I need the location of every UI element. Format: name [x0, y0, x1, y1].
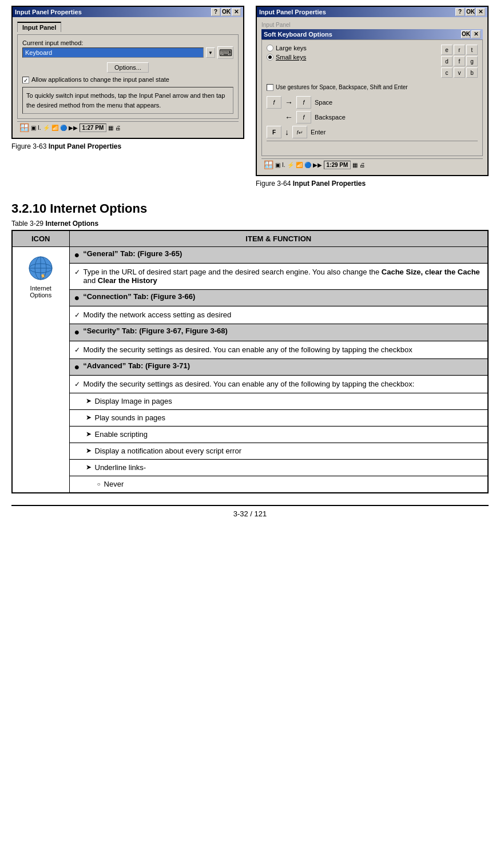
sk-top-area: Large keys Small keys [267, 45, 478, 80]
connection-check-cell: ✓ Modify the network access setting as d… [69, 306, 488, 324]
section-title: Internet Options [50, 201, 147, 216]
right-figure-title: Input Panel Properties [293, 180, 366, 188]
bullet-dot-3: ● [74, 327, 80, 337]
options-button[interactable]: Options... [107, 62, 149, 73]
arrow-scripting-item: ➤ Enable scripting [74, 429, 483, 440]
left-ok-button[interactable]: OK [221, 8, 231, 16]
general-check-item: ✓ Type in the URL of desired start page … [74, 266, 483, 286]
general-bullet: ● “General” Tab: (Figure 3-65) [70, 247, 488, 263]
table-caption: Table 3-29 Internet Options [11, 220, 489, 228]
key-c: c [441, 67, 453, 78]
arrow-play-row: ➤ Play sounds in pages [12, 409, 488, 426]
left-dialog-content: Current input method: Keyboard ▼ ⌨ Optio… [17, 34, 239, 119]
keyboard-input[interactable]: Keyboard [22, 47, 204, 58]
sk-titlebar-buttons: OK ✕ [461, 30, 481, 38]
advanced-check-cell: ✓ Modify the security settings as desire… [69, 375, 488, 393]
connection-check-text: Modify the network access setting as des… [84, 310, 232, 319]
advanced-tab-text: “Advanced” Tab: (Figure 3-71) [83, 361, 190, 370]
icon-box: InternetOptions [17, 249, 65, 303]
general-check-row: ✓ Type in the URL of desired start page … [12, 264, 488, 290]
right-close-main-button[interactable]: ✕ [476, 8, 485, 16]
right-taskbar-icon-8: 🖨 [359, 162, 365, 168]
start-icon[interactable]: 🪟 [19, 123, 29, 132]
right-main-buttons: ? OK ✕ [455, 8, 485, 16]
fk-enter-key2: f↵ [292, 126, 307, 138]
small-keys-radio[interactable] [267, 54, 273, 61]
right-start-icon[interactable]: 🪟 [264, 160, 273, 169]
general-tab-text: “General” Tab: (Figure 3-65) [83, 249, 182, 258]
arrow-display-row: ➤ Display Image in pages [12, 393, 488, 409]
connection-check-content: ✓ Modify the network access setting as d… [70, 306, 488, 324]
check-symbol-1: ✓ [74, 268, 80, 276]
table-caption-title: Internet Options [45, 220, 98, 228]
table-header-row: ICON ITEM & FUNCTION [12, 230, 488, 247]
internet-options-icon [26, 254, 55, 282]
combo-arrow-icon[interactable]: ▼ [206, 47, 215, 58]
arrow-symbol-3: ➤ [86, 430, 92, 438]
icon-label: InternetOptions [30, 285, 51, 298]
right-main-titlebar: Input Panel Properties ? OK ✕ [257, 7, 487, 17]
key-e: e [441, 45, 453, 55]
left-help-button[interactable]: ? [211, 8, 220, 16]
general-check-cell: ✓ Type in the URL of desired start page … [69, 264, 488, 290]
fk-space-row: f → f Space [267, 96, 478, 109]
right-taskbar-icon-1: ▣ [275, 162, 280, 168]
general-bullet-item: ● “General” Tab: (Figure 3-65) [74, 249, 483, 260]
left-dialog-titlebar: Input Panel Properties ? OK ✕ [13, 7, 243, 17]
sk-options-titlebar: Soft Keyboard Options OK ✕ [261, 29, 483, 39]
keyboard-input-value: Keyboard [25, 49, 52, 56]
key-v: v [454, 67, 465, 78]
security-check-text: Modify the security settings as desired.… [84, 345, 412, 354]
security-check-item: ✓ Modify the security settings as desire… [74, 344, 483, 356]
left-titlebar-buttons: ? OK ✕ [211, 8, 241, 16]
input-panel-tab[interactable]: Input Panel [17, 22, 61, 32]
check-symbol-2: ✓ [74, 311, 80, 319]
arrow-underline-text: Underline links- [95, 463, 146, 472]
section-number: 3.2.10 [11, 201, 46, 216]
icon-cell: InternetOptions [12, 247, 69, 493]
arrow-play-text: Play sounds in pages [95, 413, 166, 422]
right-taskbar-icon-3: ⚡ [287, 162, 294, 168]
keyboard-icon-button[interactable]: ⌨ [217, 46, 233, 59]
key-b: b [466, 67, 478, 78]
arrow-play-cell: ➤ Play sounds in pages [69, 409, 488, 426]
right-taskbar-icon-4: 📶 [296, 162, 303, 168]
right-ok-main-button[interactable]: OK [466, 8, 475, 16]
arrow-scripting-row: ➤ Enable scripting [12, 426, 488, 443]
sk-bottom-bar [267, 141, 478, 151]
left-close-button[interactable]: ✕ [232, 8, 241, 16]
left-figure-caption: Figure 3-63 Input Panel Properties [11, 142, 121, 150]
fk-space-arrow: → [285, 98, 293, 107]
sk-close-button[interactable]: ✕ [471, 30, 481, 38]
right-help-button[interactable]: ? [455, 8, 465, 16]
sk-options-title: Soft Keyboard Options [264, 31, 332, 38]
right-taskbar-time: 1:29 PM [324, 161, 351, 169]
function-key-area: f → f Space ← f Backspace [267, 96, 478, 138]
right-screenshot-block: Input Panel Properties ? OK ✕ Input Pane… [256, 6, 489, 188]
right-dialog-body: Input Panel Soft Keyboard Options OK ✕ [257, 17, 487, 175]
right-figure-number: Figure 3-64 [256, 180, 291, 188]
arrow-notification-item: ➤ Display a notification about every scr… [74, 445, 483, 456]
taskbar-icon-7: ▦ [108, 125, 113, 131]
allow-checkbox[interactable]: ✓ [22, 77, 29, 83]
key-g: g [466, 56, 478, 66]
advanced-check-row: ✓ Modify the security settings as desire… [12, 375, 488, 393]
small-keys-label: Small keys [276, 54, 306, 61]
left-dialog-tabs: Input Panel [17, 22, 239, 32]
fk-enter-key[interactable]: F [267, 126, 281, 138]
fk-space-key[interactable]: f [267, 96, 281, 109]
left-figure-number: Figure 3-63 [11, 142, 46, 150]
gesture-checkbox[interactable] [267, 84, 273, 91]
fk-enter-arrow: ↓ [285, 128, 289, 137]
left-dialog-title: Input Panel Properties [15, 9, 82, 15]
current-input-label: Current input method: [22, 39, 233, 46]
arrow-symbol-5: ➤ [86, 463, 92, 471]
check-symbol-3: ✓ [74, 346, 80, 354]
right-taskbar-icon-5: 🔵 [304, 162, 311, 168]
left-screenshot-block: Input Panel Properties ? OK ✕ Input Pane… [11, 6, 244, 188]
large-keys-radio[interactable] [267, 45, 273, 51]
fk-enter-label: Enter [311, 129, 326, 136]
advanced-check-content: ✓ Modify the security settings as desire… [70, 376, 488, 393]
sk-ok-button[interactable]: OK [461, 30, 470, 38]
section-heading: 3.2.10 Internet Options [11, 201, 489, 216]
